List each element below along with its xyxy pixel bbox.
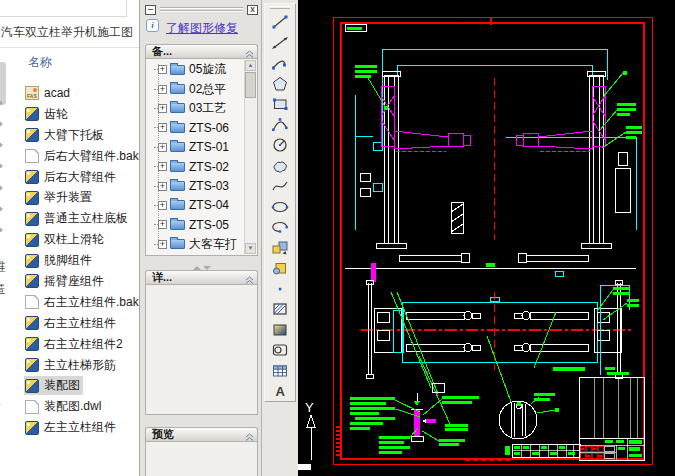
backup-section-header[interactable]: 备... [145, 44, 258, 58]
cad-model-canvas[interactable]: Y [298, 0, 675, 476]
file-row[interactable]: 装配图 [0, 375, 139, 396]
backup-tree-item[interactable]: + ZTS-03 [147, 176, 243, 195]
file-name: 大臂下托板 [44, 127, 104, 144]
gradient-tool-button[interactable] [266, 320, 294, 341]
file-name: 装配图.dwl [44, 398, 101, 415]
file-name: 脱脚组件 [44, 252, 92, 269]
expand-plus-icon[interactable]: + [158, 220, 167, 229]
file-row[interactable]: 举升装置 [0, 187, 139, 208]
file-row[interactable]: 脱脚组件 [0, 250, 139, 271]
file-row[interactable]: 摇臂座组件 [0, 271, 139, 292]
file-row[interactable]: 普通主立柱底板 [0, 208, 139, 229]
scroll-up-icon[interactable]: ▲ [245, 60, 256, 71]
file-row[interactable]: 左主立柱组件 [0, 417, 139, 438]
point-tool-button[interactable] [266, 279, 294, 300]
palette-grab-handle[interactable] [160, 7, 243, 8]
circle-tool-button[interactable] [266, 135, 294, 156]
file-type-icon [25, 128, 39, 142]
lift-carriages-and-arms [371, 86, 605, 282]
file-name: 双柱上滑轮 [44, 231, 104, 248]
expand-plus-icon[interactable]: + [158, 182, 167, 191]
palette-grab-handle[interactable] [160, 10, 243, 11]
backup-tree-item[interactable]: + 03工艺 [147, 99, 243, 118]
backup-tree-item[interactable]: + ZTS-05 [147, 215, 243, 234]
backup-tree-panel: + 05旋流 + 02总平 + [145, 58, 258, 256]
tree-scrollbar[interactable]: ▲ ▼ [244, 60, 256, 254]
region-tool-button[interactable] [266, 340, 294, 361]
section-splitter[interactable] [140, 257, 263, 269]
backup-tree-item[interactable]: + 大客车打 [147, 235, 243, 254]
backup-tree-item[interactable]: + 05旋流 [147, 60, 243, 79]
expand-plus-icon[interactable]: + [158, 123, 167, 132]
file-row[interactable]: 后右大臂组件.bak [0, 146, 139, 167]
folder-name: 05旋流 [189, 61, 226, 78]
expand-plus-icon[interactable]: + [158, 162, 167, 171]
make-block-tool-button[interactable] [266, 258, 294, 279]
repair-help-link[interactable]: 了解图形修复 [166, 20, 238, 37]
spline-tool-button[interactable] [266, 176, 294, 197]
file-row[interactable]: 右主立柱组件.bak [0, 292, 139, 313]
backup-tree-item[interactable]: + ZTS-02 [147, 157, 243, 176]
file-name: 摇臂座组件 [44, 273, 104, 290]
file-type-icon [25, 212, 39, 226]
folder-icon [170, 142, 185, 152]
file-row[interactable]: 双柱上滑轮 [0, 229, 139, 250]
file-row[interactable]: 主立柱梯形筋 [0, 355, 139, 376]
table-tool-button[interactable] [266, 361, 294, 382]
revision-cloud-tool-button[interactable] [266, 156, 294, 177]
expand-plus-icon[interactable]: + [158, 143, 167, 152]
name-column-header[interactable]: 名称 [28, 54, 52, 71]
polygon-tool-button[interactable] [266, 74, 294, 95]
scrollbar-thumb[interactable] [245, 72, 256, 98]
rectangle-tool-button[interactable] [266, 94, 294, 115]
file-name: 装配图 [44, 377, 80, 394]
file-row[interactable]: 右主立柱组件2 [0, 334, 139, 355]
multiline-text-tool-button[interactable]: A [266, 381, 294, 402]
palette-close-button[interactable]: x [247, 5, 258, 15]
file-row[interactable]: 齿轮 [0, 104, 139, 125]
folder-name: ZTS-06 [189, 121, 229, 135]
file-row[interactable]: 装配图.dwl [0, 396, 139, 417]
file-type-icon [25, 170, 39, 184]
file-type-icon [25, 421, 39, 435]
folder-icon [170, 200, 185, 210]
backup-tree-item[interactable]: + 02总平 [147, 79, 243, 98]
expand-plus-icon[interactable]: + [158, 65, 167, 74]
polyline-tool-button[interactable] [266, 53, 294, 74]
expand-plus-icon[interactable]: + [158, 85, 167, 94]
file-name: acad [44, 86, 70, 100]
insert-block-tool-button[interactable] [266, 238, 294, 259]
file-name: 主立柱梯形筋 [44, 357, 116, 374]
expand-plus-icon[interactable]: + [158, 240, 167, 249]
file-name: 右主立柱组件.bak [44, 294, 139, 311]
backup-tree-item[interactable]: + ZTS-06 [147, 118, 243, 137]
palette-minimize-button[interactable]: – [145, 5, 156, 15]
backup-tree-item[interactable]: + ZTS-04 [147, 196, 243, 215]
file-row[interactable]: 右主立柱组件 [0, 313, 139, 334]
backup-tree-item[interactable]: + ZTS-01 [147, 138, 243, 157]
file-type-icon [25, 233, 39, 247]
expand-plus-icon[interactable]: + [158, 104, 167, 113]
scroll-down-icon[interactable]: ▼ [245, 243, 256, 254]
preview-panel [145, 441, 258, 476]
file-row[interactable]: 后右大臂组件 [0, 167, 139, 188]
construction-line-tool-button[interactable] [266, 33, 294, 54]
toolbar-grab-handle[interactable] [270, 6, 290, 9]
file-name: 普通主立柱底板 [44, 210, 128, 227]
file-type-icon [25, 149, 39, 163]
expand-plus-icon[interactable]: + [158, 201, 167, 210]
line-tool-button[interactable] [266, 12, 294, 33]
folder-icon [170, 84, 185, 94]
arc-tool-button[interactable] [266, 115, 294, 136]
file-list: acad 齿轮 大臂下托板 [0, 83, 139, 438]
details-section-header[interactable]: 详... [145, 270, 258, 284]
file-row[interactable]: 大臂下托板 [0, 125, 139, 146]
file-type-icon [25, 337, 39, 351]
ellipse-tool-button[interactable] [266, 197, 294, 218]
file-type-icon [25, 295, 39, 309]
ellipse-arc-tool-button[interactable] [266, 217, 294, 238]
hatch-tool-button[interactable] [266, 299, 294, 320]
file-row[interactable]: acad [0, 83, 139, 104]
folder-name: ZTS-03 [189, 179, 229, 193]
preview-section-header[interactable]: 预览 [145, 427, 258, 441]
